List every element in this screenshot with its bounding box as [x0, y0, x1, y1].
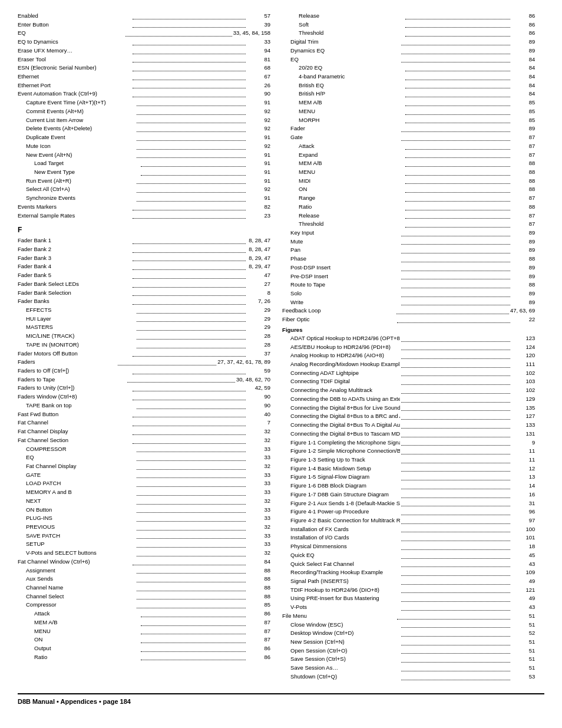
entry-dots [133, 12, 246, 19]
entry-dots [137, 98, 246, 106]
entry-text: Solo [282, 289, 400, 298]
index-entry: Delete Events (Alt+Delete)92 [18, 124, 270, 133]
entry-dots [401, 456, 511, 463]
entry-page-number: 32 [247, 497, 270, 506]
entry-dots [401, 473, 511, 480]
index-entry: Fat Channel Window (Ctrl+6)84 [18, 558, 270, 566]
entry-dots [405, 220, 511, 228]
entry-text: GATE [18, 471, 135, 480]
entry-page-number: 89 [511, 272, 535, 281]
entry-text: EFFECTS [18, 306, 135, 315]
entry-dots [133, 64, 246, 71]
entry-page-number: 67 [247, 73, 270, 81]
entry-dots [141, 653, 246, 661]
entry-dots [133, 419, 246, 426]
entry-text: File Menu [282, 612, 396, 621]
entry-text: Pre-DSP Insert [282, 272, 400, 281]
index-entry: Fat Channel Section32 [18, 436, 270, 445]
entry-text: ESN (Electronic Serial Number) [18, 64, 131, 73]
entry-dots [401, 133, 511, 141]
entry-text: Installation of I/O Cards [282, 533, 400, 542]
entry-dots [137, 133, 246, 141]
entry-text: Synchronize Events [18, 194, 135, 203]
entry-page-number: 102 [511, 386, 535, 395]
entry-text: TAPE IN (MONITOR) [18, 341, 135, 350]
index-entry: Desktop Window (Ctrl+D)52 [282, 629, 535, 638]
entry-dots [401, 377, 511, 385]
entry-page-number: 33 [247, 488, 270, 497]
index-entry: Fiber Optic22 [282, 315, 535, 324]
entry-dots [401, 395, 511, 403]
entry-page-number: 12 [511, 465, 535, 473]
entry-page-number: 30, 48, 62, 70 [236, 375, 270, 384]
index-entry: Threshold86 [282, 29, 535, 38]
entry-dots [137, 107, 246, 115]
entry-page-number: 91 [247, 159, 270, 168]
index-entry: Figure 2-1 Aux Sends 1-8 (Default-Mackie… [282, 499, 535, 508]
entry-text: Fat Channel Display [18, 462, 135, 471]
entry-text: Erase UFX Memory… [18, 47, 131, 55]
index-entry: Duplicate Event91 [18, 133, 270, 142]
entry-page-number: 84 [511, 81, 535, 90]
entry-text: Events Markers [18, 203, 131, 212]
entry-text: PREVIOUS [18, 523, 135, 532]
entry-dots [405, 203, 511, 210]
entry-page-number: 109 [511, 568, 535, 577]
entry-dots [133, 212, 246, 219]
entry-dots [137, 514, 246, 522]
entry-dots [401, 542, 511, 550]
entry-text: NEXT [18, 497, 135, 506]
entry-text: MIDI [282, 177, 404, 186]
entry-page-number: 68 [247, 64, 270, 73]
entry-page-number: 33 [247, 532, 270, 541]
index-entry: Digital Trim89 [282, 38, 535, 47]
entry-dots [401, 281, 511, 288]
index-entry: NEXT32 [18, 497, 270, 506]
index-entry: Solo89 [282, 289, 535, 298]
index-entry: Figure 1-7 D8B Gain Structure Diagram16 [282, 490, 535, 499]
entry-dots [133, 436, 246, 444]
entry-dots [401, 47, 511, 54]
entry-dots [133, 38, 246, 45]
entry-text: MEMORY A and B [18, 488, 135, 497]
index-entry: Figure 1-2 Simple Microphone Connection/… [282, 447, 535, 456]
entry-text: Fat Channel Display [18, 427, 131, 436]
entry-dots [133, 90, 246, 97]
entry-page-number: 87 [511, 212, 535, 220]
entry-text: Figure 1-5 Signal-Flow Diagram [282, 473, 400, 482]
entry-dots [137, 523, 246, 531]
index-entry: Signal Path (INSERTS)49 [282, 577, 535, 586]
entry-dots [137, 445, 246, 453]
entry-page-number: 32 [247, 462, 270, 471]
index-entry: Fader89 [282, 124, 535, 133]
entry-dots [401, 55, 511, 63]
index-entry: Release87 [282, 212, 535, 220]
entry-page-number: 51 [511, 655, 535, 664]
entry-page-number: 47, 63, 69 [510, 307, 535, 315]
index-section-header: Figures [282, 327, 535, 333]
entry-text: Fiber Optic [282, 315, 396, 324]
entry-text: Faders to Tape [18, 375, 126, 384]
entry-dots [405, 151, 511, 159]
entry-text: Ratio [282, 203, 404, 212]
entry-dots [133, 280, 246, 288]
index-entry: MENU87 [18, 627, 270, 636]
entry-page-number: 88 [511, 281, 535, 289]
index-entry: EQ84 [282, 55, 535, 64]
entry-text: Dynamics EQ [282, 47, 400, 55]
index-entry: Figure 1-1 Completing the Microphone Sig… [282, 439, 535, 447]
entry-dots [137, 549, 246, 556]
entry-dots [397, 612, 511, 620]
index-entry: Dynamics EQ89 [282, 47, 535, 55]
index-entry: Compressor85 [18, 601, 270, 610]
entry-text: Connecting TDIF Digital [282, 377, 400, 386]
entry-page-number: 32 [247, 523, 270, 532]
entry-page-number: 45 [511, 551, 535, 560]
entry-page-number: 33 [247, 445, 270, 454]
entry-text: Shutdown (Ctrl+Q) [282, 673, 400, 681]
entry-page-number: 9 [511, 439, 535, 447]
entry-dots [137, 151, 246, 159]
index-entry: MEM A/B85 [282, 98, 535, 107]
entry-dots [401, 577, 511, 585]
entry-text: Fader Bank 5 [18, 271, 131, 280]
